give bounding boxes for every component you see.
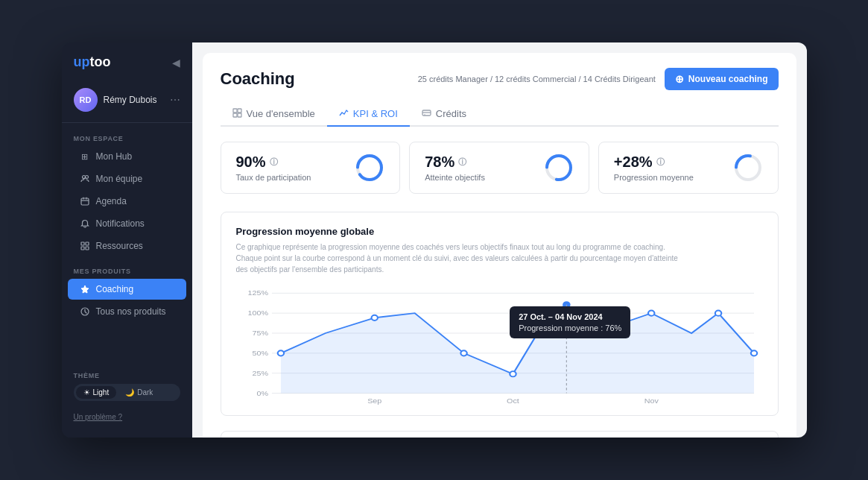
credits-text: 25 crédits Manager / 12 crédits Commerci… bbox=[418, 75, 656, 83]
theme-section: THÈME ☀ Light 🌙 Dark bbox=[62, 364, 192, 408]
sidebar-item-notifications[interactable]: Notifications bbox=[68, 213, 186, 234]
tab-vue-ensemble-label: Vue d'ensemble bbox=[247, 108, 315, 119]
metric-objectifs-label: Atteinte objectifs bbox=[425, 173, 485, 182]
sidebar-logo: uptoo ◀ bbox=[62, 54, 192, 80]
svg-text:50%: 50% bbox=[252, 350, 268, 357]
main-inner: Coaching 25 crédits Manager / 12 crédits… bbox=[203, 53, 796, 438]
tab-kpi-roi-label: KPI & ROI bbox=[353, 108, 398, 119]
svg-text:75%: 75% bbox=[252, 329, 268, 337]
metric-participation: 90% ⓘ Taux de participation bbox=[221, 142, 401, 194]
dark-label: Dark bbox=[137, 388, 153, 397]
sidebar: uptoo ◀ RD Rémy Dubois ⋯ MON ESPACE ⊞ Mo… bbox=[62, 42, 192, 438]
performance-section: Évolution de la performance par Engageme… bbox=[221, 431, 779, 438]
sun-icon: ☀ bbox=[83, 388, 90, 397]
user-menu-icon[interactable]: ⋯ bbox=[170, 94, 180, 106]
metric-objectifs: 78% ⓘ Atteinte objectifs bbox=[409, 142, 589, 194]
theme-dark-btn[interactable]: 🌙 Dark bbox=[118, 386, 160, 399]
svg-rect-3 bbox=[81, 242, 84, 245]
problem-link[interactable]: Un problème ? bbox=[62, 408, 192, 426]
chart-description: Ce graphique représente la progression m… bbox=[236, 241, 683, 275]
user-name: Rémy Dubois bbox=[104, 95, 164, 105]
tab-kpi-roi[interactable]: KPI & ROI bbox=[327, 102, 410, 127]
svg-point-42 bbox=[715, 311, 720, 316]
svg-point-43 bbox=[750, 350, 756, 356]
moon-icon: 🌙 bbox=[125, 388, 134, 397]
back-icon[interactable]: ◀ bbox=[172, 57, 180, 69]
plus-icon: ⊕ bbox=[675, 73, 684, 85]
theme-label: THÈME bbox=[74, 372, 180, 384]
sidebar-item-tous-produits[interactable]: Tous nos produits bbox=[68, 301, 186, 322]
metric-progression: +28% ⓘ Progression moyenne bbox=[598, 142, 779, 194]
metrics-row: 90% ⓘ Taux de participation 78% bbox=[221, 142, 779, 194]
tabs: Vue d'ensemble KPI & ROI bbox=[221, 102, 779, 127]
new-coaching-button[interactable]: ⊕ Nouveau coaching bbox=[665, 68, 779, 90]
chart-title: Progression moyenne globale bbox=[236, 226, 763, 237]
info-icon-objectifs[interactable]: ⓘ bbox=[458, 157, 466, 168]
svg-point-41 bbox=[648, 311, 654, 316]
mon-hub-label: Mon Hub bbox=[96, 151, 133, 162]
ring-chart-progression bbox=[733, 153, 763, 183]
tab-credits-label: Crédits bbox=[436, 108, 466, 119]
mon-hub-icon: ⊞ bbox=[80, 151, 90, 162]
chart-section: Progression moyenne globale Ce graphique… bbox=[221, 212, 779, 416]
page-title: Coaching bbox=[221, 69, 295, 89]
mon-equipe-label: Mon équipe bbox=[96, 174, 143, 184]
svg-text:Sep: Sep bbox=[367, 397, 382, 405]
svg-rect-6 bbox=[86, 247, 89, 250]
svg-point-39 bbox=[510, 371, 516, 376]
main-content: Coaching 25 crédits Manager / 12 crédits… bbox=[192, 42, 807, 438]
avatar-initials: RD bbox=[80, 95, 92, 104]
tab-credits[interactable]: Crédits bbox=[410, 102, 478, 127]
metric-participation-value: 90% ⓘ bbox=[236, 154, 311, 171]
info-icon-participation[interactable]: ⓘ bbox=[270, 157, 278, 168]
light-label: Light bbox=[93, 388, 110, 397]
theme-light-btn[interactable]: ☀ Light bbox=[76, 386, 117, 399]
sidebar-item-ressources[interactable]: Ressources bbox=[68, 236, 186, 256]
info-icon-progression[interactable]: ⓘ bbox=[656, 157, 665, 168]
svg-point-16 bbox=[358, 156, 381, 180]
sidebar-item-mon-hub[interactable]: ⊞ Mon Hub bbox=[68, 146, 186, 167]
svg-rect-4 bbox=[86, 242, 89, 245]
ring-chart-participation bbox=[355, 153, 384, 183]
metric-participation-label: Taux de participation bbox=[236, 173, 311, 182]
metric-progression-value: +28% ⓘ bbox=[614, 154, 694, 171]
header-right: 25 crédits Manager / 12 crédits Commerci… bbox=[418, 68, 779, 90]
notifications-icon bbox=[80, 218, 90, 229]
svg-text:25%: 25% bbox=[252, 369, 268, 376]
svg-rect-5 bbox=[81, 247, 84, 250]
agenda-icon bbox=[80, 196, 90, 206]
notifications-label: Notifications bbox=[96, 218, 145, 229]
metric-progression-label: Progression moyenne bbox=[614, 173, 694, 182]
coaching-icon bbox=[80, 284, 90, 294]
sidebar-item-agenda[interactable]: Agenda bbox=[68, 191, 186, 212]
svg-text:Oct: Oct bbox=[507, 397, 519, 405]
svg-text:100%: 100% bbox=[247, 309, 268, 317]
svg-marker-7 bbox=[81, 285, 89, 293]
svg-rect-12 bbox=[238, 113, 241, 117]
svg-text:Nov: Nov bbox=[644, 397, 658, 405]
svg-point-38 bbox=[460, 350, 466, 356]
credits-icon bbox=[422, 108, 431, 119]
theme-toggle: ☀ Light 🌙 Dark bbox=[74, 384, 180, 401]
tab-vue-ensemble[interactable]: Vue d'ensemble bbox=[221, 102, 327, 127]
main-header: Coaching 25 crédits Manager / 12 crédits… bbox=[221, 68, 779, 90]
svg-rect-2 bbox=[81, 198, 89, 205]
metric-objectifs-value: 78% ⓘ bbox=[425, 154, 485, 171]
mes-produits-label: MES PRODUITS bbox=[62, 263, 192, 278]
svg-rect-10 bbox=[238, 109, 241, 113]
svg-point-36 bbox=[277, 350, 283, 356]
logo-suffix: too bbox=[90, 54, 111, 69]
sidebar-item-coaching[interactable]: Coaching bbox=[68, 279, 186, 300]
svg-text:0%: 0% bbox=[256, 389, 268, 397]
kpi-icon bbox=[339, 108, 349, 119]
agenda-label: Agenda bbox=[96, 196, 127, 206]
vue-ensemble-icon bbox=[232, 108, 242, 119]
mon-espace-label: MON ESPACE bbox=[62, 130, 192, 145]
tous-produits-label: Tous nos produits bbox=[96, 306, 166, 317]
svg-rect-9 bbox=[233, 109, 237, 113]
chart-area: 125% 100% 75% 50% 25% 0% Sep Oct Nov bbox=[236, 285, 763, 405]
logo: uptoo bbox=[74, 54, 111, 70]
sidebar-item-mon-equipe[interactable]: Mon équipe bbox=[68, 168, 186, 189]
svg-point-37 bbox=[371, 315, 377, 320]
svg-text:125%: 125% bbox=[247, 289, 268, 297]
